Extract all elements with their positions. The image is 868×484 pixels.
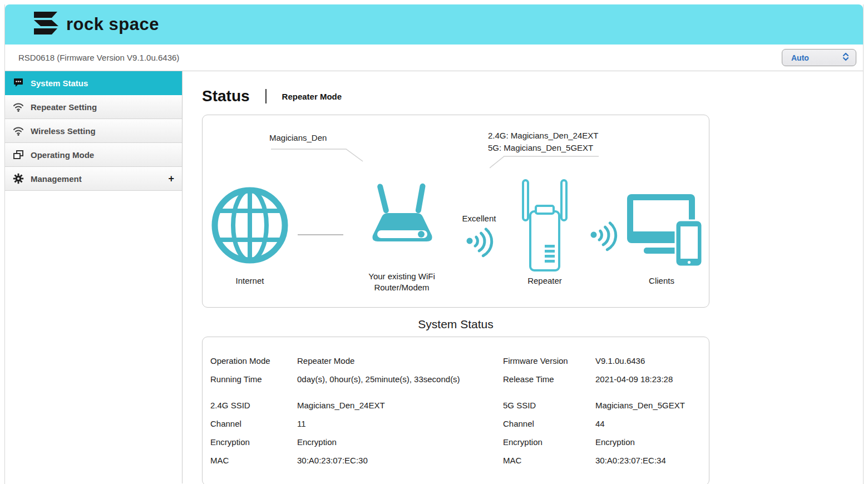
page-frame: rock space RSD0618 (Firmware Version V9.… [4, 4, 864, 484]
status-value: Repeater Mode [297, 356, 503, 366]
status-value: 11 [297, 419, 503, 428]
extender-ssid-5g: 5G: Magicians_Den_5GEXT [488, 142, 598, 154]
system-status-title: System Status [202, 318, 709, 331]
page-subtitle: Repeater Mode [282, 92, 342, 101]
status-row: Running Time 0day(s), 0hour(s), 25minute… [203, 370, 709, 388]
rockspace-logo-icon [33, 12, 58, 37]
status-value: Encryption [297, 437, 503, 447]
network-diagram-panel: Magicians_Den 2.4G: Magicians_Den_24EXT … [202, 115, 709, 308]
status-label: Firmware Version [503, 356, 595, 366]
wifi-icon [13, 101, 24, 112]
device-title: RSD0618 (Firmware Version V9.1.0u.6436) [18, 53, 179, 62]
status-label: 5G SSID [503, 401, 595, 410]
sidebar-item-repeater-setting[interactable]: Repeater Setting [5, 95, 182, 119]
status-label: Channel [503, 419, 595, 428]
status-label: Operation Mode [210, 356, 297, 366]
extender-ssid-labels: 2.4G: Magicians_Den_24EXT 5G: Magicians_… [488, 130, 598, 154]
status-value: 30:A0:23:07:EC:34 [595, 456, 709, 465]
status-row: Operation Mode Repeater Mode Firmware Ve… [203, 352, 709, 370]
page-heading: Status Repeater Mode [202, 87, 863, 106]
status-row: 2.4G SSID Magicians_Den_24EXT 5G SSID Ma… [203, 396, 709, 414]
status-value: 2021-04-09 18:23:28 [595, 374, 709, 384]
status-label: Encryption [503, 437, 595, 447]
status-label: 2.4G SSID [210, 401, 297, 410]
sidebar-item-wireless-setting[interactable]: Wireless Setting [5, 119, 182, 143]
sidebar-item-label: Wireless Setting [31, 126, 96, 136]
wifi-signal-icon [465, 225, 495, 258]
mode-select-value: Auto [791, 53, 809, 62]
status-value: Magicians_Den_24EXT [297, 401, 503, 410]
sidebar-item-management[interactable]: Management + [5, 167, 182, 191]
status-value: 30:A0:23:07:EC:30 [297, 456, 503, 465]
status-row: MAC 30:A0:23:07:EC:30 MAC 30:A0:23:07:EC… [203, 451, 709, 470]
router-icon [367, 182, 437, 251]
wifi-signal-icon [589, 219, 619, 251]
brand-name: rock space [66, 14, 159, 34]
status-label: MAC [210, 456, 297, 465]
sidebar-item-system-status[interactable]: System Status [5, 71, 182, 95]
sidebar-item-label: System Status [31, 78, 88, 88]
status-value: V9.1.0u.6436 [595, 356, 709, 366]
signal-quality-label: Excellent [446, 213, 512, 224]
router-ssid-callout-line [271, 149, 366, 163]
extender-ssid-callout-line [490, 155, 601, 170]
status-value: Magicians_Den_5GEXT [595, 401, 709, 410]
status-label: Release Time [503, 374, 595, 384]
node-label-repeater: Repeater [511, 275, 578, 287]
expand-plus-icon[interactable]: + [168, 173, 174, 185]
device-bar: RSD0618 (Firmware Version V9.1.0u.6436) … [5, 45, 863, 71]
sidebar-item-label: Management [31, 174, 82, 184]
gear-icon [13, 173, 24, 184]
heading-separator [265, 89, 267, 103]
windows-icon [13, 149, 24, 160]
status-label: Running Time [210, 374, 297, 384]
status-value: Encryption [595, 437, 709, 447]
chevron-up-down-icon [842, 52, 849, 63]
status-label: Encryption [210, 437, 297, 447]
sidebar: System Status Repeater Setting [5, 71, 183, 483]
main-content: Status Repeater Mode Magicians_Den 2.4G:… [183, 71, 863, 483]
wired-link-line [298, 234, 343, 235]
repeater-icon [520, 179, 569, 274]
status-row: Encryption Encryption Encryption Encrypt… [203, 433, 709, 451]
status-value: 0day(s), 0hour(s), 25minute(s), 33second… [297, 374, 503, 384]
sidebar-item-label: Repeater Setting [31, 102, 97, 112]
status-label: Channel [210, 419, 297, 428]
chat-icon [13, 77, 24, 88]
router-ssid-label: Magicians_Den [269, 133, 327, 142]
status-label: MAC [503, 456, 595, 465]
mode-select[interactable]: Auto [782, 49, 856, 66]
clients-devices-icon [627, 194, 702, 270]
system-status-panel: Operation Mode Repeater Mode Firmware Ve… [202, 337, 709, 484]
node-label-clients: Clients [628, 275, 695, 287]
sidebar-item-operating-mode[interactable]: Operating Mode [5, 143, 182, 167]
wifi-icon [13, 125, 24, 136]
sidebar-item-label: Operating Mode [31, 150, 94, 160]
internet-globe-icon [210, 185, 290, 265]
page-title: Status [202, 87, 250, 105]
status-row: Channel 11 Channel 44 [203, 414, 709, 433]
extender-ssid-24g: 2.4G: Magicians_Den_24EXT [488, 130, 598, 142]
top-banner: rock space [5, 4, 863, 45]
brand-logo: rock space [33, 12, 159, 37]
node-label-internet: Internet [216, 275, 283, 287]
status-value: 44 [595, 419, 709, 428]
node-label-router: Your existing WiFi Router/Modem [346, 271, 457, 293]
